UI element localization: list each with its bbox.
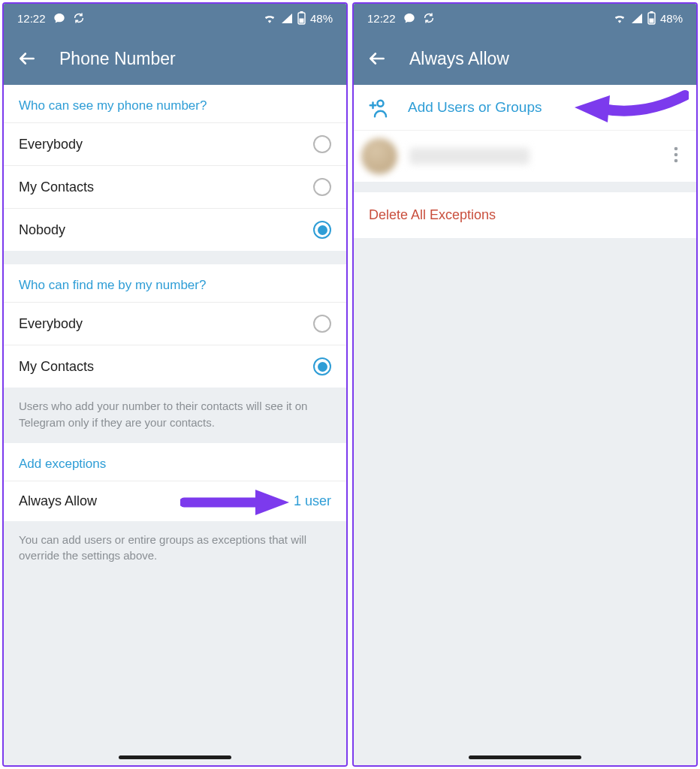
delete-label: Delete All Exceptions [369,207,496,222]
battery-percent: 48% [660,12,683,25]
page-title: Always Allow [409,49,509,69]
signal-icon [631,13,643,23]
avatar [361,138,397,174]
section-header-exceptions: Add exceptions [4,443,346,481]
option-label: Nobody [19,222,313,238]
wifi-icon [263,13,276,23]
option-label: My Contacts [19,359,313,375]
battery-percent: 48% [310,12,333,25]
section-divider [4,251,346,264]
add-users-row[interactable]: Add Users or Groups [354,85,696,130]
section-exceptions: Add exceptions Always Allow 1 user [4,443,346,521]
phone-screen-left: 12:22 48% Phone Number Wh [2,2,348,767]
option-label: My Contacts [19,179,313,195]
app-bar: Phone Number [4,32,346,85]
radio-checked-icon [313,221,331,239]
option-label: Everybody [19,316,313,332]
option-my-contacts[interactable]: My Contacts [4,165,346,208]
row-value: 1 user [294,493,331,509]
svg-rect-1 [299,19,303,23]
section-header-find-me: Who can find me by my number? [4,264,346,302]
section-header-visibility: Who can see my phone number? [4,85,346,122]
status-bar: 12:22 48% [354,4,696,32]
svg-point-6 [378,101,384,107]
radio-unchecked-icon [313,315,331,333]
option-my-contacts-find[interactable]: My Contacts [4,345,346,388]
back-arrow-icon[interactable] [367,49,387,68]
chat-bubble-icon [403,12,415,24]
option-label: Everybody [19,137,313,152]
radio-unchecked-icon [313,135,331,153]
page-title: Phone Number [59,49,176,69]
add-user-icon [367,97,388,118]
app-bar: Always Allow [354,32,696,85]
status-bar: 12:22 48% [4,4,346,32]
phone-screen-right: 12:22 48% Always Allow [352,2,698,767]
delete-all-exceptions[interactable]: Delete All Exceptions [354,192,696,238]
empty-area [4,576,346,765]
svg-rect-5 [650,11,653,13]
sync-icon [423,12,435,24]
user-name-redacted [409,148,530,164]
row-always-allow[interactable]: Always Allow 1 user [4,481,346,521]
row-label: Always Allow [19,493,294,509]
home-indicator[interactable] [469,755,581,759]
footer-note-exceptions: You can add users or entire groups as ex… [4,521,346,577]
signal-icon [281,13,293,23]
svg-rect-4 [649,19,653,23]
radio-unchecked-icon [313,178,331,196]
add-users-label: Add Users or Groups [408,99,542,116]
sync-icon [73,12,85,24]
section-visibility: Who can see my phone number? Everybody M… [4,85,346,251]
status-time: 12:22 [17,12,46,25]
chat-bubble-icon [53,12,65,24]
more-vertical-icon[interactable] [668,140,684,172]
option-nobody[interactable]: Nobody [4,208,346,251]
svg-point-9 [674,159,678,163]
status-time: 12:22 [367,12,396,25]
wifi-icon [613,13,626,23]
user-list-item[interactable] [354,130,696,182]
option-everybody-find[interactable]: Everybody [4,302,346,345]
empty-area [354,238,696,765]
svg-point-7 [674,147,678,151]
svg-point-8 [674,153,678,157]
footer-note-find: Users who add your number to their conta… [4,388,346,443]
radio-checked-icon [313,357,331,375]
option-everybody[interactable]: Everybody [4,122,346,165]
battery-icon [297,11,306,25]
home-indicator[interactable] [119,755,231,759]
svg-rect-2 [300,11,303,13]
battery-icon [647,11,656,25]
back-arrow-icon[interactable] [17,49,37,68]
section-find-me: Who can find me by my number? Everybody … [4,264,346,388]
